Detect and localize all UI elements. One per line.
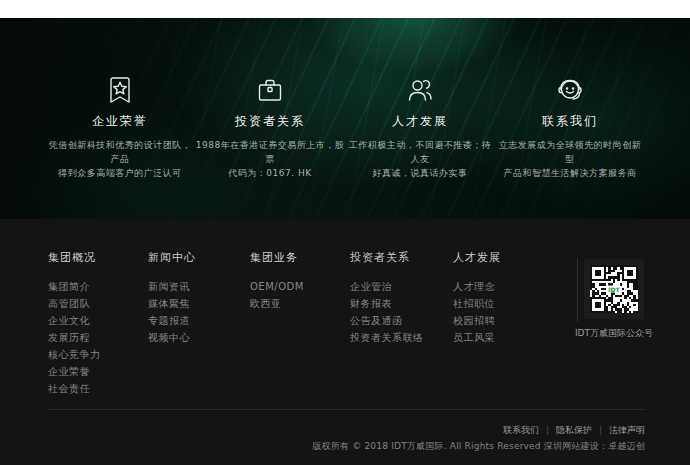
award-badge-icon <box>45 73 195 107</box>
desc-line: 工作积极主动，不回避不推诿；待人友 <box>349 140 492 164</box>
footer-link[interactable]: 发展历程 <box>48 329 101 346</box>
footer-link[interactable]: 欧西亚 <box>250 295 304 312</box>
footer-link[interactable]: 投资者关系联络 <box>350 329 424 346</box>
footer-link[interactable]: 企业文化 <box>48 312 101 329</box>
feature-corporate-honor[interactable]: 企业荣誉 凭借创新科技和优秀的设计团队，产品 得到众多高端客户的广泛认可 <box>45 73 195 180</box>
feature-investor-relations[interactable]: 投资者关系 1988年在香港证券交易所上市，股票 代码为：0167. HK <box>195 73 345 180</box>
feature-title: 人才发展 <box>345 113 495 130</box>
page: 企业荣誉 凭借创新科技和优秀的设计团队，产品 得到众多高端客户的广泛认可 投资者… <box>0 0 690 465</box>
hero-banner: 企业荣誉 凭借创新科技和优秀的设计团队，产品 得到众多高端客户的广泛认可 投资者… <box>0 18 690 219</box>
link-separator: | <box>546 425 549 435</box>
desc-line: 凭借创新科技和优秀的设计团队，产品 <box>49 140 192 164</box>
footer-column-investor-relations: 投资者关系 企业管治 财务报表 公告及通函 投资者关系联络 <box>350 250 424 346</box>
feature-description: 工作积极主动，不回避不推诿；待人友 好真诚，说真话办实事 <box>345 138 495 180</box>
footer-column-news-center: 新闻中心 新闻资讯 媒体聚焦 专题报道 视频中心 <box>148 250 196 346</box>
footer-column-group-business: 集团业务 OEM/ODM 欧西亚 <box>250 250 304 312</box>
footer-link[interactable]: 社招职位 <box>453 295 501 312</box>
footer-column-talent-development: 人才发展 人才理念 社招职位 校园招聘 员工风采 <box>453 250 501 346</box>
feature-title: 企业荣誉 <box>45 113 195 130</box>
people-icon <box>345 73 495 107</box>
briefcase-icon <box>195 73 345 107</box>
bottom-links: 联系我们|隐私保护|法律声明 <box>503 424 645 437</box>
feature-title: 联系我们 <box>495 113 645 130</box>
desc-line: 立志发展成为全球领先的时尚创新型 <box>499 140 642 164</box>
legal-link[interactable]: 法律声明 <box>609 425 645 435</box>
vertical-divider <box>577 258 578 322</box>
feature-talent-development[interactable]: 人才发展 工作积极主动，不回避不推诿；待人友 好真诚，说真话办实事 <box>345 73 495 180</box>
footer-header-news-center[interactable]: 新闻中心 <box>148 250 196 265</box>
footer-link[interactable]: 视频中心 <box>148 329 196 346</box>
headset-icon <box>495 73 645 107</box>
footer-link[interactable]: 人才理念 <box>453 278 501 295</box>
footer-link[interactable]: 员工风采 <box>453 329 501 346</box>
footer-header-investor-relations[interactable]: 投资者关系 <box>350 250 424 265</box>
footer-link[interactable]: 企业荣誉 <box>48 363 101 380</box>
desc-line: 好真诚，说真话办实事 <box>373 168 468 178</box>
feature-row: 企业荣誉 凭借创新科技和优秀的设计团队，产品 得到众多高端客户的广泛认可 投资者… <box>0 18 690 180</box>
footer-link[interactable]: 校园招聘 <box>453 312 501 329</box>
footer-link[interactable]: 专题报道 <box>148 312 196 329</box>
footer-divider-line <box>48 409 645 410</box>
footer-link[interactable]: 新闻资讯 <box>148 278 196 295</box>
footer-link[interactable]: 媒体聚焦 <box>148 295 196 312</box>
footer-header-group-business[interactable]: 集团业务 <box>250 250 304 265</box>
desc-line: 产品和智慧生活解决方案服务商 <box>504 168 637 178</box>
footer-link[interactable]: 核心竞争力 <box>48 346 101 363</box>
footer-link[interactable]: 社会责任 <box>48 380 101 397</box>
contact-us-link[interactable]: 联系我们 <box>503 425 539 435</box>
feature-description: 立志发展成为全球领先的时尚创新型 产品和智慧生活解决方案服务商 <box>495 138 645 180</box>
footer-link[interactable]: 企业管治 <box>350 278 424 295</box>
qr-center-logo: IDT <box>607 286 620 293</box>
link-separator: | <box>599 425 602 435</box>
footer-link[interactable]: 公告及通函 <box>350 312 424 329</box>
footer-header-talent-development[interactable]: 人才发展 <box>453 250 501 265</box>
feature-description: 凭借创新科技和优秀的设计团队，产品 得到众多高端客户的广泛认可 <box>45 138 195 180</box>
qr-caption: IDT万威国际公众号 <box>566 327 662 340</box>
footer-header-group-overview[interactable]: 集团概况 <box>48 250 101 265</box>
footer-link[interactable]: OEM/ODM <box>250 278 304 295</box>
privacy-link[interactable]: 隐私保护 <box>556 425 592 435</box>
footer-link[interactable]: 集团简介 <box>48 278 101 295</box>
footer-link[interactable]: 财务报表 <box>350 295 424 312</box>
top-white-strip <box>0 0 690 18</box>
footer-link[interactable]: 高管团队 <box>48 295 101 312</box>
desc-line: 得到众多高端客户的广泛认可 <box>58 168 182 178</box>
feature-description: 1988年在香港证券交易所上市，股票 代码为：0167. HK <box>195 138 345 180</box>
qr-code: IDT <box>590 265 638 313</box>
footer-column-group-overview: 集团概况 集团简介 高管团队 企业文化 发展历程 核心竞争力 企业荣誉 社会责任 <box>48 250 101 397</box>
desc-line: 代码为：0167. HK <box>228 168 311 178</box>
site-footer: 集团概况 集团简介 高管团队 企业文化 发展历程 核心竞争力 企业荣誉 社会责任… <box>0 219 690 465</box>
feature-title: 投资者关系 <box>195 113 345 130</box>
qr-code-panel: IDT <box>584 259 644 319</box>
copyright-text: 版权所有 © 2018 IDT万威国际. All Rights Reserved… <box>312 440 645 453</box>
desc-line: 1988年在香港证券交易所上市，股票 <box>196 140 344 164</box>
feature-contact-us[interactable]: 联系我们 立志发展成为全球领先的时尚创新型 产品和智慧生活解决方案服务商 <box>495 73 645 180</box>
